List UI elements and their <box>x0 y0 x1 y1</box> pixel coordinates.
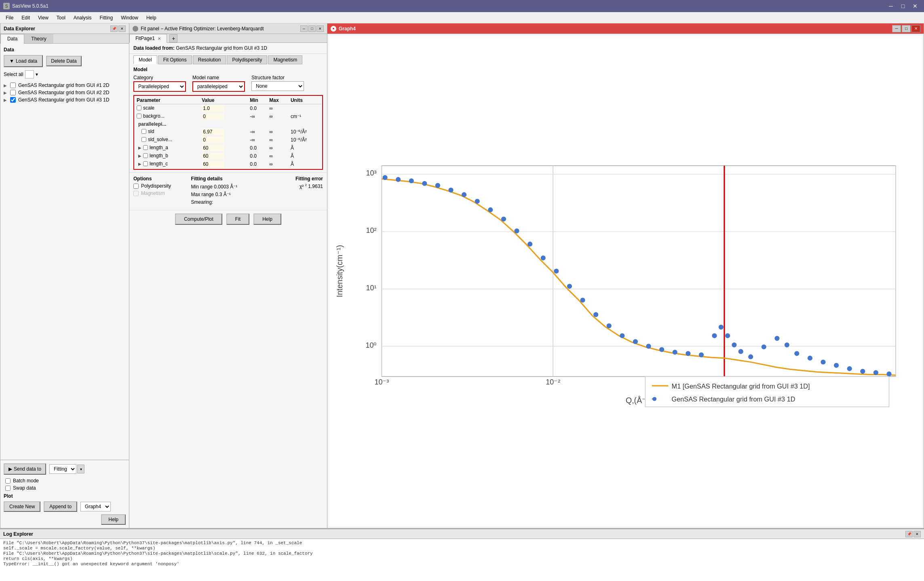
param-min-scale: 0.0 <box>248 104 268 113</box>
minimize-button[interactable]: ─ <box>885 2 897 11</box>
param-group-row: parallelepi... <box>135 120 321 128</box>
graph-minimize-button[interactable]: ─ <box>892 25 901 32</box>
menu-tool[interactable]: Tool <box>53 13 70 22</box>
menu-fitting[interactable]: Fitting <box>96 13 117 22</box>
expand-length-c-button[interactable]: ▶ <box>138 162 141 166</box>
param-checkbox-sld-solvent[interactable] <box>141 137 146 142</box>
fit-tab-close-icon[interactable]: ✕ <box>158 36 161 41</box>
compute-plot-button[interactable]: Compute/Plot <box>175 213 222 225</box>
tab-resolution[interactable]: Resolution <box>193 55 226 64</box>
param-name-cell-sldsol: sld_solve... <box>135 136 200 143</box>
fit-page-tab[interactable]: FitPage1 ✕ <box>129 34 167 43</box>
swap-data-checkbox[interactable] <box>5 486 11 491</box>
close-button[interactable]: ✕ <box>909 2 921 11</box>
param-min-la: 0.0 <box>248 144 268 152</box>
fitting-dropdown-button[interactable]: ▾ <box>77 465 84 473</box>
param-value-cell-sld: 6.97 <box>200 128 243 136</box>
param-checkbox-sld[interactable] <box>141 129 146 134</box>
fitting-select[interactable]: Fitting <box>49 464 76 474</box>
fit-panel-close[interactable]: ✕ <box>316 25 324 32</box>
legend-dot-data <box>652 397 656 401</box>
param-checkbox-length-c[interactable] <box>143 161 148 166</box>
tab-model[interactable]: Model <box>133 55 157 64</box>
main-layout: Data Explorer 📌 ✕ Data Theory Data ▼ Loa… <box>0 23 924 528</box>
fit-button[interactable]: Fit <box>226 213 249 225</box>
svg-point-50 <box>861 369 865 373</box>
structure-factor-select[interactable]: None <box>251 81 304 91</box>
help-button[interactable]: Help <box>101 514 126 525</box>
magnetism-checkbox[interactable] <box>133 191 139 196</box>
create-new-button[interactable]: Create New <box>4 501 40 512</box>
item-checkbox-3[interactable] <box>10 97 16 103</box>
panel-pin-button[interactable]: 📌 <box>110 25 118 32</box>
param-checkbox-length-a[interactable] <box>143 145 148 150</box>
menu-view[interactable]: View <box>34 13 53 22</box>
svg-point-12 <box>396 177 400 182</box>
options-title: Options <box>133 176 183 182</box>
graph-select[interactable]: Graph4 <box>80 502 111 511</box>
params-table: Parameter Value Min Max Units sca <box>135 97 321 168</box>
category-select[interactable]: Parallelepiped <box>133 81 186 92</box>
param-checkbox-length-b[interactable] <box>143 153 148 158</box>
polydispersity-checkbox[interactable] <box>133 184 139 189</box>
graph-close-button[interactable]: ✕ <box>911 25 920 32</box>
fit-buttons: Compute/Plot Fit Help <box>129 210 327 228</box>
param-units-lc: Å <box>289 160 321 168</box>
param-value-background: 0 <box>202 113 224 120</box>
param-checkbox-scale[interactable] <box>137 106 141 110</box>
svg-point-17 <box>462 193 466 197</box>
panel-close-button[interactable]: ✕ <box>118 25 126 32</box>
param-checkbox-background[interactable] <box>137 114 141 118</box>
menu-bar: File Edit View Tool Analysis Fitting Win… <box>0 12 924 23</box>
expand-length-b-button[interactable]: ▶ <box>138 154 141 158</box>
param-value-length-a: 60 <box>202 145 224 151</box>
list-item[interactable]: ▶ GenSAS Rectangular grid from GUI #1 2D <box>4 82 126 89</box>
tab-data[interactable]: Data <box>0 34 24 44</box>
param-max-lb: ∞ <box>268 152 289 160</box>
graph-maximize-button[interactable]: □ <box>902 25 911 32</box>
structure-factor-group: Structure factor None <box>251 75 304 92</box>
menu-edit[interactable]: Edit <box>17 13 34 22</box>
svg-point-26 <box>581 298 585 302</box>
chi2-value: 1.9631 <box>308 184 323 189</box>
min-range-unit: Å⁻¹ <box>230 184 237 190</box>
maximize-button[interactable]: □ <box>897 2 909 11</box>
tab-theory[interactable]: Theory <box>24 34 53 43</box>
tab-fit-options[interactable]: Fit Options <box>158 55 192 64</box>
tab-magnetism[interactable]: Magnetism <box>268 55 302 64</box>
list-item[interactable]: ▶ GenSAS Rectangular grid from GUI #2 2D <box>4 89 126 96</box>
append-to-button[interactable]: Append to <box>44 501 77 512</box>
svg-point-27 <box>594 313 598 317</box>
menu-file[interactable]: File <box>2 13 17 22</box>
menu-analysis[interactable]: Analysis <box>70 13 96 22</box>
expand-length-a-button[interactable]: ▶ <box>138 146 141 150</box>
params-border-box: Parameter Value Min Max Units sca <box>133 95 323 170</box>
send-data-button[interactable]: ▶ Send data to <box>4 463 46 475</box>
load-data-button[interactable]: ▼ Load data <box>4 55 43 67</box>
fit-panel-minimize[interactable]: ─ <box>300 25 308 32</box>
delete-data-button[interactable]: Delete Data <box>46 56 81 66</box>
log-line: return cls(axis, **kwargs) <box>3 556 921 561</box>
log-close-button[interactable]: ✕ <box>913 531 921 537</box>
log-line: File "C:\Users\Robert\AppData\Roaming\Py… <box>3 541 921 545</box>
batch-mode-checkbox[interactable] <box>5 478 11 484</box>
svg-point-25 <box>567 284 572 288</box>
log-pin-button[interactable]: 📌 <box>905 531 913 537</box>
param-max-la: ∞ <box>268 144 289 152</box>
max-range-value: 0.3 <box>215 192 222 197</box>
item-checkbox-1[interactable] <box>10 82 16 88</box>
list-item[interactable]: ▶ GenSAS Rectangular grid from GUI #3 1D <box>4 96 126 104</box>
param-max-sld: ∞ <box>268 128 289 136</box>
menu-help[interactable]: Help <box>142 13 160 22</box>
fit-panel-maximize[interactable]: □ <box>308 25 316 32</box>
polydispersity-option: Polydispersity <box>133 183 183 189</box>
svg-point-31 <box>647 344 651 348</box>
table-row: backgro... 0 -∞ ∞ cm⁻¹ <box>135 112 321 120</box>
select-all-combo[interactable] <box>25 70 34 78</box>
item-checkbox-2[interactable] <box>10 90 16 95</box>
add-fit-tab-button[interactable]: + <box>169 34 177 42</box>
help-fit-button[interactable]: Help <box>253 213 281 225</box>
model-name-select[interactable]: parallelepiped <box>192 81 245 92</box>
tab-polydispersity[interactable]: Polydispersity <box>227 55 267 64</box>
menu-window[interactable]: Window <box>117 13 142 22</box>
